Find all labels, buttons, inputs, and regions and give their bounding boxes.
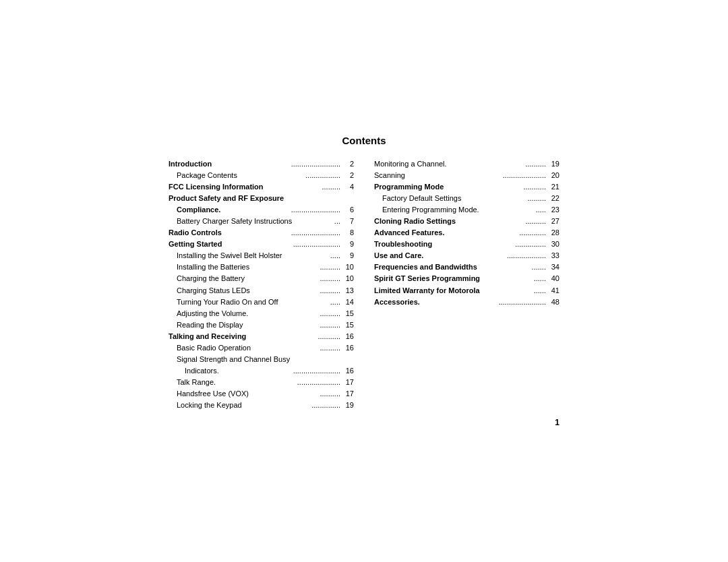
entry-page-number: 15 <box>342 319 354 331</box>
entry-label: Adjusting the Volume. <box>169 308 318 319</box>
toc-entry: Programming Mode...........21 <box>374 181 559 193</box>
entry-page-number: 14 <box>342 296 354 308</box>
entry-dots: .......... <box>320 273 340 284</box>
entry-page-number: 15 <box>342 308 354 319</box>
entry-page-number: 28 <box>547 227 559 239</box>
toc-entry: Installing the Batteries..........10 <box>169 261 354 273</box>
entry-label: Handsfree Use (VOX) <box>169 388 318 400</box>
entry-label: Turning Your Radio On and Off <box>169 296 329 308</box>
entry-label: Package Contents <box>169 170 304 181</box>
entry-page-number: 17 <box>342 388 354 400</box>
entry-label: Compliance. <box>169 204 290 216</box>
entry-dots: .......... <box>320 261 340 273</box>
entry-dots: ......... <box>527 193 546 204</box>
entry-page-number: 19 <box>342 400 354 411</box>
page-number: 1 <box>169 418 559 427</box>
toc-entry: Charging the Battery..........10 <box>169 273 354 284</box>
entry-dots: .......... <box>525 216 546 227</box>
entry-page-number: 16 <box>342 331 354 342</box>
toc-entry: Installing the Swivel Belt Holster.....9 <box>169 250 354 261</box>
toc-entry: Cloning Radio Settings..........27 <box>374 216 559 227</box>
toc-entry: Factory Default Settings.........22 <box>374 193 559 204</box>
entry-dots: .......... <box>320 319 340 331</box>
entry-label: Programming Mode <box>374 181 522 193</box>
entry-page-number: 40 <box>547 273 559 284</box>
entry-label: Accessories. <box>374 296 497 308</box>
toc-container: Introduction........................2Pac… <box>169 158 559 411</box>
entry-label: Limited Warranty for Motorola <box>374 285 533 296</box>
toc-entry: Charging Status LEDs..........13 <box>169 285 354 296</box>
entry-page-number: 9 <box>342 250 354 261</box>
entry-page-number: 17 <box>342 377 354 388</box>
entry-page-number: 48 <box>547 296 559 308</box>
entry-label: Factory Default Settings <box>374 193 526 204</box>
entry-label: Installing the Batteries <box>169 261 318 273</box>
page-title: Contents <box>169 135 559 146</box>
entry-page-number: 20 <box>547 170 559 181</box>
entry-label: Reading the Display <box>169 319 318 331</box>
entry-page-number: 10 <box>342 261 354 273</box>
toc-entry: Scanning.....................20 <box>374 170 559 181</box>
page-container: Contents Introduction...................… <box>128 108 600 454</box>
entry-label: Advanced Features. <box>374 227 518 239</box>
entry-page-number: 2 <box>342 158 354 170</box>
entry-label: Product Safety and RF Exposure <box>169 193 354 204</box>
entry-label: Charging the Battery <box>169 273 318 284</box>
entry-page-number: 4 <box>342 181 354 193</box>
entry-page-number: 16 <box>342 342 354 354</box>
entry-dots: ....................... <box>293 239 340 250</box>
toc-entry: FCC Licensing Information.........4 <box>169 181 354 193</box>
entry-page-number: 21 <box>547 181 559 193</box>
entry-dots: ..... <box>330 250 340 261</box>
entry-dots: ........................ <box>291 227 340 239</box>
toc-entry: Accessories........................48 <box>374 296 559 308</box>
toc-entry: Package Contents.................2 <box>169 170 354 181</box>
entry-page-number: 27 <box>547 216 559 227</box>
entry-label: Introduction <box>169 158 290 170</box>
entry-label: FCC Licensing Information <box>169 181 320 193</box>
toc-entry: Locking the Keypad..............19 <box>169 400 354 411</box>
toc-entry: Indicators........................16 <box>169 365 354 377</box>
toc-entry: Frequencies and Bandwidths.......34 <box>374 261 559 273</box>
entry-dots: .......... <box>320 388 340 400</box>
entry-label: Cloning Radio Settings <box>374 216 524 227</box>
entry-dots: ..... <box>536 204 546 216</box>
entry-label: Talking and Receiving <box>169 331 316 342</box>
entry-page-number: 34 <box>547 261 559 273</box>
entry-dots: ........... <box>523 181 546 193</box>
entry-dots: ..................... <box>297 377 340 388</box>
entry-dots: ... <box>334 216 340 227</box>
entry-dots: ................... <box>507 250 546 261</box>
entry-dots: .......... <box>320 308 340 319</box>
entry-page-number: 10 <box>342 273 354 284</box>
entry-dots: .......... <box>320 342 340 354</box>
entry-dots: ....... <box>532 261 546 273</box>
entry-label: Entering Programming Mode. <box>374 204 535 216</box>
entry-page-number: 9 <box>342 239 354 250</box>
entry-label: Installing the Swivel Belt Holster <box>169 250 329 261</box>
entry-dots: ............. <box>519 227 546 239</box>
toc-entry: Talk Range......................17 <box>169 377 354 388</box>
entry-dots: ........................ <box>291 204 340 216</box>
toc-entry: Handsfree Use (VOX)..........17 <box>169 388 354 400</box>
entry-dots: .......... <box>525 158 546 170</box>
toc-entry: Signal Strength and Channel Busy <box>169 354 354 365</box>
entry-label: Basic Radio Operation <box>169 342 318 354</box>
entry-dots: ............... <box>515 239 546 250</box>
entry-dots: .............. <box>311 400 340 411</box>
entry-page-number: 22 <box>547 193 559 204</box>
entry-dots: ...... <box>534 285 546 296</box>
entry-page-number: 23 <box>547 204 559 216</box>
toc-entry: Compliance.........................6 <box>169 204 354 216</box>
toc-entry: Getting Started.......................9 <box>169 239 354 250</box>
toc-entry: Turning Your Radio On and Off.....14 <box>169 296 354 308</box>
entry-dots: ....................... <box>293 365 340 377</box>
toc-entry: Troubleshooting...............30 <box>374 239 559 250</box>
entry-label: Getting Started <box>169 239 292 250</box>
entry-label: Locking the Keypad <box>169 400 310 411</box>
toc-entry: Advanced Features..............28 <box>374 227 559 239</box>
entry-dots: .......... <box>320 285 340 296</box>
toc-entry: Battery Charger Safety Instructions...7 <box>169 216 354 227</box>
entry-label: Frequencies and Bandwidths <box>374 261 530 273</box>
entry-label: Spirit GT Series Programming <box>374 273 533 284</box>
